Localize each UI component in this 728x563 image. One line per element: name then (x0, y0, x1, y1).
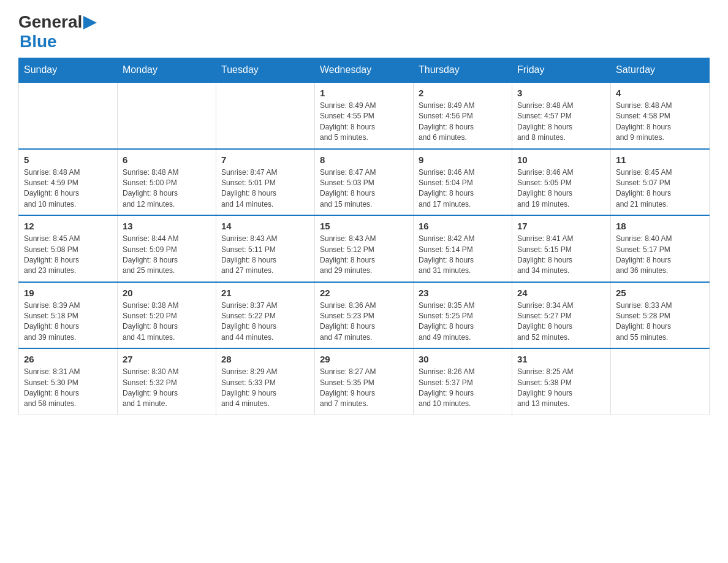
day-info: Sunrise: 8:27 AM Sunset: 5:35 PM Dayligh… (320, 367, 408, 410)
weekday-header-saturday: Saturday (611, 58, 710, 83)
logo-arrow-icon (83, 16, 97, 29)
day-info: Sunrise: 8:44 AM Sunset: 5:09 PM Dayligh… (123, 234, 211, 277)
weekday-header-wednesday: Wednesday (315, 58, 414, 83)
calendar-day-cell: 27Sunrise: 8:30 AM Sunset: 5:32 PM Dayli… (118, 348, 216, 415)
weekday-header-tuesday: Tuesday (216, 58, 315, 83)
calendar-day-cell: 15Sunrise: 8:43 AM Sunset: 5:12 PM Dayli… (315, 215, 414, 282)
day-info: Sunrise: 8:47 AM Sunset: 5:03 PM Dayligh… (320, 167, 408, 210)
day-info: Sunrise: 8:48 AM Sunset: 4:57 PM Dayligh… (517, 101, 605, 144)
calendar-day-cell: 26Sunrise: 8:31 AM Sunset: 5:30 PM Dayli… (19, 348, 118, 415)
calendar-day-cell: 23Sunrise: 8:35 AM Sunset: 5:25 PM Dayli… (414, 282, 512, 349)
calendar-day-cell: 28Sunrise: 8:29 AM Sunset: 5:33 PM Dayli… (216, 348, 315, 415)
calendar-day-cell: 14Sunrise: 8:43 AM Sunset: 5:11 PM Dayli… (216, 215, 315, 282)
calendar-day-cell: 8Sunrise: 8:47 AM Sunset: 5:03 PM Daylig… (315, 149, 414, 216)
day-info: Sunrise: 8:43 AM Sunset: 5:12 PM Dayligh… (320, 234, 408, 277)
weekday-header-row: SundayMondayTuesdayWednesdayThursdayFrid… (19, 58, 710, 83)
calendar-week-row: 1Sunrise: 8:49 AM Sunset: 4:55 PM Daylig… (19, 82, 710, 149)
day-info: Sunrise: 8:30 AM Sunset: 5:32 PM Dayligh… (123, 367, 211, 410)
calendar-day-cell: 10Sunrise: 8:46 AM Sunset: 5:05 PM Dayli… (512, 149, 611, 216)
day-number: 15 (320, 221, 408, 231)
calendar-empty-cell (216, 82, 315, 149)
day-info: Sunrise: 8:46 AM Sunset: 5:04 PM Dayligh… (419, 167, 507, 210)
day-info: Sunrise: 8:39 AM Sunset: 5:18 PM Dayligh… (24, 301, 112, 343)
day-number: 19 (24, 288, 112, 298)
weekday-header-sunday: Sunday (19, 58, 118, 83)
day-info: Sunrise: 8:41 AM Sunset: 5:15 PM Dayligh… (517, 234, 605, 277)
day-number: 23 (419, 288, 507, 298)
day-info: Sunrise: 8:25 AM Sunset: 5:38 PM Dayligh… (517, 367, 605, 410)
calendar-day-cell: 4Sunrise: 8:48 AM Sunset: 4:58 PM Daylig… (611, 82, 710, 149)
logo: General Blue (18, 12, 97, 52)
day-info: Sunrise: 8:48 AM Sunset: 4:59 PM Dayligh… (24, 167, 112, 210)
day-number: 2 (419, 88, 507, 98)
calendar-day-cell: 12Sunrise: 8:45 AM Sunset: 5:08 PM Dayli… (19, 215, 118, 282)
calendar-day-cell: 2Sunrise: 8:49 AM Sunset: 4:56 PM Daylig… (414, 82, 512, 149)
day-info: Sunrise: 8:43 AM Sunset: 5:11 PM Dayligh… (221, 234, 309, 277)
day-number: 9 (419, 155, 507, 165)
calendar-day-cell: 25Sunrise: 8:33 AM Sunset: 5:28 PM Dayli… (611, 282, 710, 349)
day-number: 16 (419, 221, 507, 231)
day-number: 4 (616, 88, 704, 98)
day-number: 27 (123, 354, 211, 364)
calendar-day-cell: 3Sunrise: 8:48 AM Sunset: 4:57 PM Daylig… (512, 82, 611, 149)
day-info: Sunrise: 8:31 AM Sunset: 5:30 PM Dayligh… (24, 367, 112, 410)
page-header: General Blue (18, 12, 710, 52)
svg-marker-0 (83, 16, 97, 29)
calendar-day-cell: 6Sunrise: 8:48 AM Sunset: 5:00 PM Daylig… (118, 149, 216, 216)
day-number: 21 (221, 288, 309, 298)
day-number: 11 (616, 155, 704, 165)
calendar-day-cell: 5Sunrise: 8:48 AM Sunset: 4:59 PM Daylig… (19, 149, 118, 216)
day-info: Sunrise: 8:49 AM Sunset: 4:56 PM Dayligh… (419, 101, 507, 144)
day-info: Sunrise: 8:35 AM Sunset: 5:25 PM Dayligh… (419, 301, 507, 343)
calendar-day-cell: 20Sunrise: 8:38 AM Sunset: 5:20 PM Dayli… (118, 282, 216, 349)
day-number: 7 (221, 155, 309, 165)
calendar-day-cell: 11Sunrise: 8:45 AM Sunset: 5:07 PM Dayli… (611, 149, 710, 216)
day-info: Sunrise: 8:46 AM Sunset: 5:05 PM Dayligh… (517, 167, 605, 210)
day-number: 20 (123, 288, 211, 298)
calendar-week-row: 12Sunrise: 8:45 AM Sunset: 5:08 PM Dayli… (19, 215, 710, 282)
day-number: 22 (320, 288, 408, 298)
day-number: 6 (123, 155, 211, 165)
day-number: 5 (24, 155, 112, 165)
logo-blue-text: Blue (20, 32, 97, 52)
day-info: Sunrise: 8:33 AM Sunset: 5:28 PM Dayligh… (616, 301, 704, 343)
day-number: 14 (221, 221, 309, 231)
day-number: 8 (320, 155, 408, 165)
day-number: 30 (419, 354, 507, 364)
day-info: Sunrise: 8:42 AM Sunset: 5:14 PM Dayligh… (419, 234, 507, 277)
calendar-day-cell: 31Sunrise: 8:25 AM Sunset: 5:38 PM Dayli… (512, 348, 611, 415)
calendar-day-cell: 29Sunrise: 8:27 AM Sunset: 5:35 PM Dayli… (315, 348, 414, 415)
day-info: Sunrise: 8:40 AM Sunset: 5:17 PM Dayligh… (616, 234, 704, 277)
calendar-day-cell: 22Sunrise: 8:36 AM Sunset: 5:23 PM Dayli… (315, 282, 414, 349)
day-number: 28 (221, 354, 309, 364)
calendar-day-cell: 30Sunrise: 8:26 AM Sunset: 5:37 PM Dayli… (414, 348, 512, 415)
day-info: Sunrise: 8:47 AM Sunset: 5:01 PM Dayligh… (221, 167, 309, 210)
calendar-empty-cell (19, 82, 118, 149)
calendar-day-cell: 18Sunrise: 8:40 AM Sunset: 5:17 PM Dayli… (611, 215, 710, 282)
day-number: 17 (517, 221, 605, 231)
calendar-empty-cell (118, 82, 216, 149)
logo-general-text: General (18, 12, 82, 32)
day-number: 18 (616, 221, 704, 231)
day-info: Sunrise: 8:26 AM Sunset: 5:37 PM Dayligh… (419, 367, 507, 410)
day-number: 26 (24, 354, 112, 364)
day-number: 24 (517, 288, 605, 298)
day-number: 10 (517, 155, 605, 165)
weekday-header-monday: Monday (118, 58, 216, 83)
calendar-table: SundayMondayTuesdayWednesdayThursdayFrid… (18, 58, 710, 415)
calendar-day-cell: 21Sunrise: 8:37 AM Sunset: 5:22 PM Dayli… (216, 282, 315, 349)
day-info: Sunrise: 8:49 AM Sunset: 4:55 PM Dayligh… (320, 101, 408, 144)
calendar-day-cell: 17Sunrise: 8:41 AM Sunset: 5:15 PM Dayli… (512, 215, 611, 282)
calendar-empty-cell (611, 348, 710, 415)
day-info: Sunrise: 8:48 AM Sunset: 5:00 PM Dayligh… (123, 167, 211, 210)
day-number: 3 (517, 88, 605, 98)
calendar-day-cell: 24Sunrise: 8:34 AM Sunset: 5:27 PM Dayli… (512, 282, 611, 349)
day-number: 29 (320, 354, 408, 364)
calendar-day-cell: 19Sunrise: 8:39 AM Sunset: 5:18 PM Dayli… (19, 282, 118, 349)
day-info: Sunrise: 8:38 AM Sunset: 5:20 PM Dayligh… (123, 301, 211, 343)
calendar-day-cell: 16Sunrise: 8:42 AM Sunset: 5:14 PM Dayli… (414, 215, 512, 282)
weekday-header-friday: Friday (512, 58, 611, 83)
day-number: 31 (517, 354, 605, 364)
day-number: 25 (616, 288, 704, 298)
day-info: Sunrise: 8:29 AM Sunset: 5:33 PM Dayligh… (221, 367, 309, 410)
